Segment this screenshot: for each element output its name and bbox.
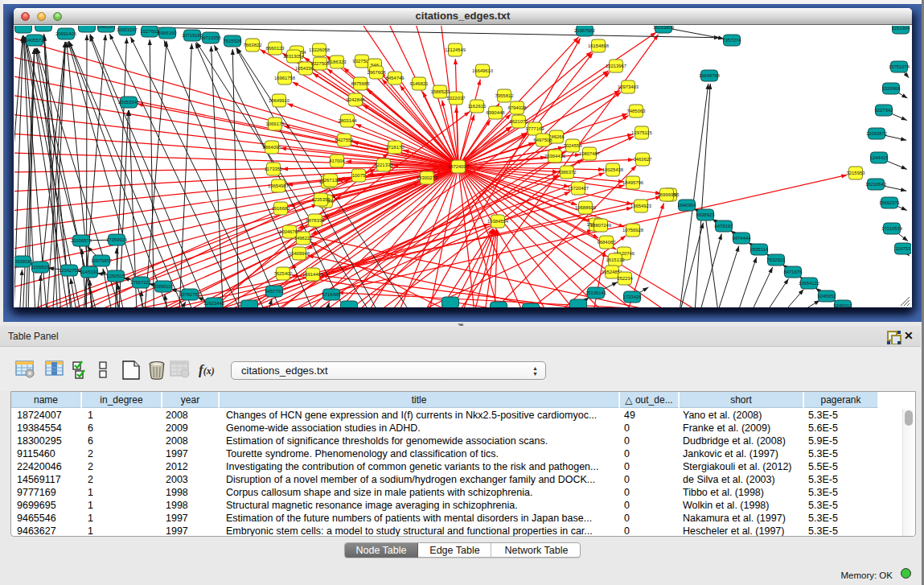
svg-text:2935114: 2935114 bbox=[750, 247, 769, 252]
svg-text:1615132: 1615132 bbox=[606, 257, 625, 262]
svg-text:1588520: 1588520 bbox=[431, 89, 450, 94]
svg-text:9463627: 9463627 bbox=[634, 157, 652, 162]
svg-text:252234: 252234 bbox=[617, 276, 633, 281]
svg-text:15692371: 15692371 bbox=[879, 200, 900, 205]
svg-text:7955812: 7955812 bbox=[495, 93, 514, 98]
svg-text:6990448: 6990448 bbox=[487, 110, 506, 115]
svg-text:20206576: 20206576 bbox=[71, 238, 92, 243]
svg-text:8186323: 8186323 bbox=[328, 60, 347, 64]
svg-text:13654923: 13654923 bbox=[630, 204, 652, 208]
svg-text:8878334: 8878334 bbox=[306, 218, 326, 223]
svg-text:10782759: 10782759 bbox=[179, 292, 200, 297]
svg-text:12975115: 12975115 bbox=[631, 130, 652, 135]
svg-text:116753: 116753 bbox=[895, 246, 911, 251]
svg-text:417004: 417004 bbox=[329, 159, 345, 163]
svg-text:8875685: 8875685 bbox=[351, 81, 371, 86]
svg-text:9777169: 9777169 bbox=[526, 126, 544, 131]
svg-text:7663822: 7663822 bbox=[244, 43, 262, 47]
svg-text:18807249: 18807249 bbox=[590, 223, 611, 228]
svg-text:9227342: 9227342 bbox=[875, 108, 893, 113]
svg-text:8267130: 8267130 bbox=[322, 178, 341, 183]
svg-text:8660123: 8660123 bbox=[266, 46, 285, 51]
svg-text:10025438: 10025438 bbox=[602, 167, 624, 172]
svg-text:8664091: 8664091 bbox=[263, 145, 281, 150]
svg-text:19384554: 19384554 bbox=[487, 219, 509, 224]
svg-text:7632621: 7632621 bbox=[767, 257, 786, 262]
svg-text:18495796: 18495796 bbox=[622, 180, 644, 185]
svg-text:16210643: 16210643 bbox=[865, 182, 887, 187]
svg-text:6479197: 6479197 bbox=[715, 224, 733, 229]
svg-text:1250515: 1250515 bbox=[107, 274, 126, 278]
svg-text:9245652: 9245652 bbox=[818, 294, 836, 299]
svg-text:16409948: 16409948 bbox=[289, 251, 310, 256]
svg-text:8938923: 8938923 bbox=[696, 212, 716, 217]
svg-text:10653267: 10653267 bbox=[117, 27, 138, 32]
svg-text:10958107: 10958107 bbox=[153, 284, 174, 289]
svg-text:16961758: 16961758 bbox=[274, 76, 296, 80]
svg-text:15751074: 15751074 bbox=[889, 64, 910, 69]
svg-text:13938081: 13938081 bbox=[14, 259, 33, 264]
svg-text:10075: 10075 bbox=[352, 173, 366, 178]
svg-text:18313054: 18313054 bbox=[283, 54, 305, 59]
svg-text:15300273: 15300273 bbox=[417, 175, 438, 180]
svg-text:9242848: 9242848 bbox=[347, 97, 366, 102]
svg-text:1916682: 1916682 bbox=[272, 206, 290, 211]
svg-text:7357274: 7357274 bbox=[723, 38, 742, 43]
svg-text:7386372: 7386372 bbox=[558, 170, 577, 175]
svg-text:10688609: 10688609 bbox=[575, 205, 596, 210]
svg-text:8427552: 8427552 bbox=[335, 138, 354, 142]
svg-text:1151304: 1151304 bbox=[892, 26, 910, 31]
svg-text:12124549: 12124549 bbox=[445, 47, 466, 52]
svg-text:12093872: 12093872 bbox=[866, 131, 887, 136]
svg-text:1221338: 1221338 bbox=[375, 163, 394, 167]
svg-text:3024554: 3024554 bbox=[564, 143, 583, 148]
svg-text:13654987: 13654987 bbox=[268, 183, 289, 188]
svg-text:1498222: 1498222 bbox=[294, 236, 313, 241]
svg-text:1244415: 1244415 bbox=[870, 155, 889, 160]
svg-text:12213967: 12213967 bbox=[606, 64, 626, 68]
svg-text:1093197: 1093197 bbox=[97, 26, 116, 29]
svg-text:7625402: 7625402 bbox=[274, 271, 293, 276]
svg-text:9245012: 9245012 bbox=[834, 303, 852, 307]
svg-text:6497508: 6497508 bbox=[534, 138, 553, 142]
svg-text:16033809: 16033809 bbox=[653, 26, 674, 30]
svg-text:16649610: 16649610 bbox=[472, 68, 494, 73]
svg-text:9474444: 9474444 bbox=[733, 236, 752, 241]
svg-text:5716485: 5716485 bbox=[322, 292, 342, 297]
svg-text:15720407: 15720407 bbox=[568, 186, 589, 191]
svg-text:20053346: 20053346 bbox=[118, 100, 140, 105]
svg-text:1621072: 1621072 bbox=[510, 119, 528, 124]
svg-text:18724007: 18724007 bbox=[448, 164, 469, 169]
svg-text:1069175: 1069175 bbox=[266, 122, 285, 126]
svg-text:10807487: 10807487 bbox=[579, 151, 600, 156]
svg-text:17359924: 17359924 bbox=[106, 237, 128, 242]
svg-text:20387682: 20387682 bbox=[574, 28, 595, 33]
svg-text:16154808: 16154808 bbox=[588, 43, 610, 48]
svg-text:1162615: 1162615 bbox=[468, 104, 487, 109]
svg-text:6794028: 6794028 bbox=[508, 105, 528, 110]
svg-text:7515526: 7515526 bbox=[224, 39, 243, 43]
svg-text:1640954: 1640954 bbox=[678, 203, 697, 208]
svg-text:20691406: 20691406 bbox=[55, 31, 77, 36]
svg-text:5322037: 5322037 bbox=[447, 96, 466, 101]
svg-text:10975857: 10975857 bbox=[91, 258, 112, 263]
svg-text:20364436: 20364436 bbox=[544, 154, 566, 159]
svg-text:9405572: 9405572 bbox=[26, 38, 44, 43]
svg-text:10654122: 10654122 bbox=[799, 281, 819, 286]
svg-text:9146821: 9146821 bbox=[410, 81, 429, 86]
svg-text:16648784: 16648784 bbox=[699, 73, 721, 78]
svg-text:12923446: 12923446 bbox=[203, 301, 225, 306]
svg-text:1173355: 1173355 bbox=[265, 167, 283, 171]
svg-text:16713355: 16713355 bbox=[200, 35, 222, 40]
svg-text:10756928: 10756928 bbox=[622, 228, 644, 233]
svg-text:13226058: 13226058 bbox=[309, 47, 331, 52]
svg-text:2718170: 2718170 bbox=[386, 145, 405, 150]
svg-text:12342757: 12342757 bbox=[59, 268, 80, 273]
svg-text:10973403: 10973403 bbox=[618, 84, 639, 89]
svg-text:2967608: 2967608 bbox=[368, 70, 387, 75]
svg-text:8454749: 8454749 bbox=[386, 76, 405, 80]
svg-text:1527602: 1527602 bbox=[141, 29, 159, 34]
svg-text:7485063: 7485063 bbox=[627, 109, 647, 113]
svg-text:17957223: 17957223 bbox=[130, 280, 152, 285]
svg-text:9329966: 9329966 bbox=[882, 86, 901, 91]
